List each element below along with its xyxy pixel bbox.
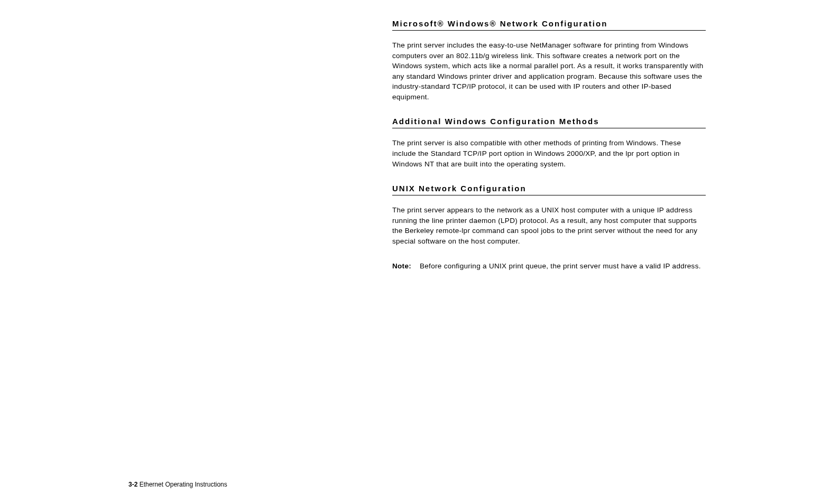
note-label: Note: (392, 261, 420, 272)
body-text-unix: The print server appears to the network … (392, 205, 706, 246)
section-heading-microsoft: Microsoft® Windows® Network Configuratio… (392, 19, 706, 31)
section-heading-additional: Additional Windows Configuration Methods (392, 117, 706, 128)
body-text-microsoft: The print server includes the easy-to-us… (392, 40, 706, 102)
body-text-additional: The print server is also compatible with… (392, 138, 706, 169)
note-text: Before configuring a UNIX print queue, t… (420, 261, 706, 272)
section-heading-unix: UNIX Network Configuration (392, 184, 706, 195)
footer-title: Ethernet Operating Instructions (140, 481, 227, 488)
page-number: 3-2 (128, 481, 137, 488)
note-block: Note: Before configuring a UNIX print qu… (392, 261, 706, 272)
page-footer: 3-2 Ethernet Operating Instructions (128, 481, 227, 488)
